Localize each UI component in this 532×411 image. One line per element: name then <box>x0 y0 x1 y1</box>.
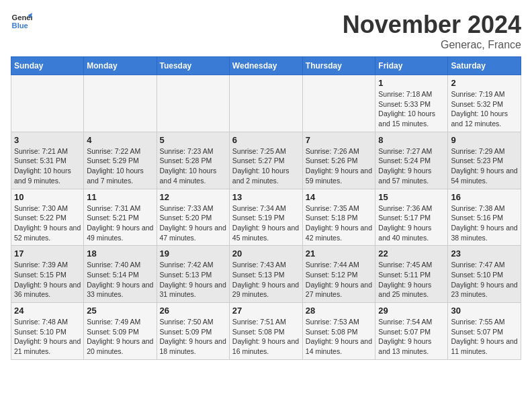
calendar-week-row: 17Sunrise: 7:39 AM Sunset: 5:15 PM Dayli… <box>11 246 521 303</box>
day-info: Sunrise: 7:30 AM Sunset: 5:22 PM Dayligh… <box>14 203 81 243</box>
table-row: 9Sunrise: 7:29 AM Sunset: 5:23 PM Daylig… <box>448 132 521 189</box>
day-info: Sunrise: 7:39 AM Sunset: 5:15 PM Dayligh… <box>14 260 81 300</box>
table-row <box>84 75 157 132</box>
table-row: 23Sunrise: 7:47 AM Sunset: 5:10 PM Dayli… <box>448 246 521 303</box>
calendar-header-row: Sunday Monday Tuesday Wednesday Thursday… <box>11 57 521 75</box>
col-wednesday: Wednesday <box>229 57 302 75</box>
day-number: 7 <box>306 135 373 145</box>
table-row <box>229 75 302 132</box>
table-row: 16Sunrise: 7:38 AM Sunset: 5:16 PM Dayli… <box>448 189 521 246</box>
table-row: 24Sunrise: 7:48 AM Sunset: 5:10 PM Dayli… <box>11 303 84 360</box>
logo: General Blue <box>11 11 32 32</box>
day-number: 9 <box>451 135 518 145</box>
day-number: 13 <box>232 192 300 202</box>
table-row: 29Sunrise: 7:54 AM Sunset: 5:07 PM Dayli… <box>375 303 448 360</box>
table-row <box>11 75 84 132</box>
day-info: Sunrise: 7:48 AM Sunset: 5:10 PM Dayligh… <box>14 317 81 357</box>
day-info: Sunrise: 7:43 AM Sunset: 5:13 PM Dayligh… <box>232 260 300 300</box>
day-number: 3 <box>14 135 81 145</box>
day-info: Sunrise: 7:49 AM Sunset: 5:09 PM Dayligh… <box>87 317 153 357</box>
day-number: 4 <box>87 135 153 145</box>
day-number: 23 <box>451 248 518 259</box>
day-number: 2 <box>451 78 518 88</box>
day-number: 14 <box>306 192 373 202</box>
table-row: 3Sunrise: 7:21 AM Sunset: 5:31 PM Daylig… <box>11 132 84 189</box>
table-row: 27Sunrise: 7:51 AM Sunset: 5:08 PM Dayli… <box>229 303 302 360</box>
day-info: Sunrise: 7:36 AM Sunset: 5:17 PM Dayligh… <box>378 203 445 243</box>
day-number: 6 <box>232 135 300 145</box>
table-row: 11Sunrise: 7:31 AM Sunset: 5:21 PM Dayli… <box>84 189 157 246</box>
day-number: 16 <box>451 192 518 202</box>
table-row <box>157 75 229 132</box>
calendar-title: November 2024 <box>343 11 521 39</box>
table-row: 10Sunrise: 7:30 AM Sunset: 5:22 PM Dayli… <box>11 189 84 246</box>
day-info: Sunrise: 7:50 AM Sunset: 5:09 PM Dayligh… <box>160 317 226 357</box>
table-row: 18Sunrise: 7:40 AM Sunset: 5:14 PM Dayli… <box>84 246 157 303</box>
table-row: 12Sunrise: 7:33 AM Sunset: 5:20 PM Dayli… <box>157 189 229 246</box>
calendar-week-row: 10Sunrise: 7:30 AM Sunset: 5:22 PM Dayli… <box>11 189 521 246</box>
col-monday: Monday <box>84 57 157 75</box>
day-info: Sunrise: 7:54 AM Sunset: 5:07 PM Dayligh… <box>378 317 445 357</box>
table-row: 19Sunrise: 7:42 AM Sunset: 5:13 PM Dayli… <box>157 246 229 303</box>
day-number: 8 <box>378 135 445 145</box>
day-info: Sunrise: 7:40 AM Sunset: 5:14 PM Dayligh… <box>87 260 153 300</box>
day-info: Sunrise: 7:44 AM Sunset: 5:12 PM Dayligh… <box>306 260 373 300</box>
day-number: 30 <box>451 306 518 316</box>
calendar-week-row: 3Sunrise: 7:21 AM Sunset: 5:31 PM Daylig… <box>11 132 521 189</box>
table-row: 17Sunrise: 7:39 AM Sunset: 5:15 PM Dayli… <box>11 246 84 303</box>
day-info: Sunrise: 7:31 AM Sunset: 5:21 PM Dayligh… <box>87 203 153 243</box>
day-info: Sunrise: 7:45 AM Sunset: 5:11 PM Dayligh… <box>378 260 445 300</box>
table-row: 8Sunrise: 7:27 AM Sunset: 5:24 PM Daylig… <box>375 132 448 189</box>
day-info: Sunrise: 7:38 AM Sunset: 5:16 PM Dayligh… <box>451 203 518 243</box>
day-number: 22 <box>378 248 445 259</box>
table-row: 1Sunrise: 7:18 AM Sunset: 5:33 PM Daylig… <box>375 75 448 132</box>
table-row: 6Sunrise: 7:25 AM Sunset: 5:27 PM Daylig… <box>229 132 302 189</box>
table-row <box>302 75 375 132</box>
day-number: 21 <box>306 248 373 259</box>
table-row: 21Sunrise: 7:44 AM Sunset: 5:12 PM Dayli… <box>302 246 375 303</box>
col-saturday: Saturday <box>448 57 521 75</box>
header: General Blue November 2024 Generac, Fran… <box>11 11 521 51</box>
day-number: 26 <box>160 306 226 316</box>
day-number: 20 <box>232 248 300 259</box>
title-area: November 2024 Generac, France <box>343 11 521 51</box>
day-info: Sunrise: 7:26 AM Sunset: 5:26 PM Dayligh… <box>306 146 373 186</box>
day-info: Sunrise: 7:55 AM Sunset: 5:07 PM Dayligh… <box>451 317 518 357</box>
day-number: 28 <box>306 306 373 316</box>
table-row: 30Sunrise: 7:55 AM Sunset: 5:07 PM Dayli… <box>448 303 521 360</box>
table-row: 4Sunrise: 7:22 AM Sunset: 5:29 PM Daylig… <box>84 132 157 189</box>
day-info: Sunrise: 7:29 AM Sunset: 5:23 PM Dayligh… <box>451 146 518 186</box>
table-row: 25Sunrise: 7:49 AM Sunset: 5:09 PM Dayli… <box>84 303 157 360</box>
day-info: Sunrise: 7:35 AM Sunset: 5:18 PM Dayligh… <box>306 203 373 243</box>
calendar-week-row: 1Sunrise: 7:18 AM Sunset: 5:33 PM Daylig… <box>11 75 521 132</box>
table-row: 2Sunrise: 7:19 AM Sunset: 5:32 PM Daylig… <box>448 75 521 132</box>
day-number: 17 <box>14 248 81 259</box>
logo-icon: General Blue <box>11 11 32 32</box>
svg-text:Blue: Blue <box>12 21 28 30</box>
table-row: 13Sunrise: 7:34 AM Sunset: 5:19 PM Dayli… <box>229 189 302 246</box>
table-row: 26Sunrise: 7:50 AM Sunset: 5:09 PM Dayli… <box>157 303 229 360</box>
calendar-week-row: 24Sunrise: 7:48 AM Sunset: 5:10 PM Dayli… <box>11 303 521 360</box>
day-number: 19 <box>160 248 226 259</box>
day-info: Sunrise: 7:42 AM Sunset: 5:13 PM Dayligh… <box>160 260 226 300</box>
day-info: Sunrise: 7:53 AM Sunset: 5:08 PM Dayligh… <box>306 317 373 357</box>
calendar-subtitle: Generac, France <box>343 39 521 51</box>
day-number: 10 <box>14 192 81 202</box>
day-number: 18 <box>87 248 153 259</box>
col-thursday: Thursday <box>302 57 375 75</box>
day-info: Sunrise: 7:19 AM Sunset: 5:32 PM Dayligh… <box>451 89 518 129</box>
day-info: Sunrise: 7:18 AM Sunset: 5:33 PM Dayligh… <box>378 89 445 129</box>
day-number: 5 <box>160 135 226 145</box>
table-row: 28Sunrise: 7:53 AM Sunset: 5:08 PM Dayli… <box>302 303 375 360</box>
table-row: 7Sunrise: 7:26 AM Sunset: 5:26 PM Daylig… <box>302 132 375 189</box>
day-number: 24 <box>14 306 81 316</box>
day-number: 12 <box>160 192 226 202</box>
table-row: 15Sunrise: 7:36 AM Sunset: 5:17 PM Dayli… <box>375 189 448 246</box>
day-number: 1 <box>378 78 445 88</box>
table-row: 20Sunrise: 7:43 AM Sunset: 5:13 PM Dayli… <box>229 246 302 303</box>
table-row: 5Sunrise: 7:23 AM Sunset: 5:28 PM Daylig… <box>157 132 229 189</box>
day-info: Sunrise: 7:25 AM Sunset: 5:27 PM Dayligh… <box>232 146 300 186</box>
day-info: Sunrise: 7:34 AM Sunset: 5:19 PM Dayligh… <box>232 203 300 243</box>
day-info: Sunrise: 7:47 AM Sunset: 5:10 PM Dayligh… <box>451 260 518 300</box>
day-info: Sunrise: 7:51 AM Sunset: 5:08 PM Dayligh… <box>232 317 300 357</box>
